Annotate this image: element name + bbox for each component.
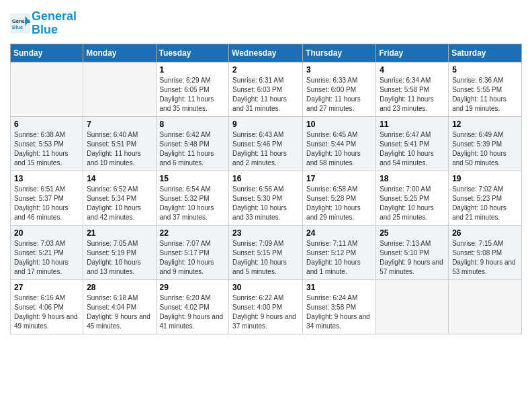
calendar-day-cell: 2Sunrise: 6:31 AM Sunset: 6:03 PM Daylig… — [229, 62, 303, 116]
day-info: Sunrise: 6:24 AM Sunset: 3:58 PM Dayligh… — [306, 293, 372, 331]
calendar-day-cell: 14Sunrise: 6:52 AM Sunset: 5:34 PM Dayli… — [83, 171, 156, 225]
calendar-day-cell: 16Sunrise: 6:56 AM Sunset: 5:30 PM Dayli… — [229, 171, 303, 225]
calendar-day-cell: 12Sunrise: 6:49 AM Sunset: 5:39 PM Dayli… — [449, 116, 522, 171]
calendar-week-row: 6Sunrise: 6:38 AM Sunset: 5:53 PM Daylig… — [11, 116, 522, 171]
weekday-header: Tuesday — [156, 44, 229, 62]
day-info: Sunrise: 6:33 AM Sunset: 6:00 PM Dayligh… — [306, 76, 372, 113]
weekday-header: Sunday — [11, 44, 83, 62]
day-info: Sunrise: 6:20 AM Sunset: 4:02 PM Dayligh… — [160, 293, 226, 331]
day-info: Sunrise: 7:02 AM Sunset: 5:23 PM Dayligh… — [452, 185, 518, 222]
day-info: Sunrise: 7:11 AM Sunset: 5:12 PM Dayligh… — [306, 239, 372, 277]
calendar-day-cell: 26Sunrise: 7:15 AM Sunset: 5:08 PM Dayli… — [449, 225, 522, 279]
calendar-day-cell: 7Sunrise: 6:40 AM Sunset: 5:51 PM Daylig… — [83, 116, 156, 171]
calendar-day-cell — [449, 279, 522, 334]
calendar-day-cell: 11Sunrise: 6:47 AM Sunset: 5:41 PM Dayli… — [376, 116, 449, 171]
logo: General Blue GeneralBlue — [10, 10, 77, 37]
page-header: General Blue GeneralBlue — [10, 10, 522, 37]
day-info: Sunrise: 7:00 AM Sunset: 5:25 PM Dayligh… — [380, 185, 445, 222]
day-number: 29 — [160, 283, 226, 292]
calendar-day-cell: 24Sunrise: 7:11 AM Sunset: 5:12 PM Dayli… — [303, 225, 376, 279]
day-info: Sunrise: 7:15 AM Sunset: 5:08 PM Dayligh… — [452, 239, 518, 277]
day-info: Sunrise: 6:22 AM Sunset: 4:00 PM Dayligh… — [232, 293, 299, 331]
day-info: Sunrise: 6:45 AM Sunset: 5:44 PM Dayligh… — [306, 130, 372, 168]
day-number: 10 — [306, 120, 372, 129]
day-info: Sunrise: 6:31 AM Sunset: 6:03 PM Dayligh… — [232, 76, 299, 113]
calendar-day-cell: 25Sunrise: 7:13 AM Sunset: 5:10 PM Dayli… — [376, 225, 449, 279]
day-number: 21 — [87, 228, 152, 238]
day-info: Sunrise: 6:58 AM Sunset: 5:28 PM Dayligh… — [306, 185, 372, 222]
day-number: 31 — [306, 283, 372, 292]
calendar-day-cell: 22Sunrise: 7:07 AM Sunset: 5:17 PM Dayli… — [156, 225, 229, 279]
calendar-week-row: 27Sunrise: 6:16 AM Sunset: 4:06 PM Dayli… — [11, 279, 522, 334]
calendar-day-cell: 13Sunrise: 6:51 AM Sunset: 5:37 PM Dayli… — [11, 171, 83, 225]
calendar-header-row: SundayMondayTuesdayWednesdayThursdayFrid… — [11, 44, 522, 62]
calendar-day-cell: 9Sunrise: 6:43 AM Sunset: 5:46 PM Daylig… — [229, 116, 303, 171]
day-number: 27 — [14, 283, 79, 292]
day-info: Sunrise: 6:34 AM Sunset: 5:58 PM Dayligh… — [380, 76, 445, 113]
day-info: Sunrise: 7:05 AM Sunset: 5:19 PM Dayligh… — [87, 239, 152, 277]
day-number: 7 — [87, 120, 152, 129]
calendar-day-cell: 21Sunrise: 7:05 AM Sunset: 5:19 PM Dayli… — [83, 225, 156, 279]
day-info: Sunrise: 7:07 AM Sunset: 5:17 PM Dayligh… — [160, 239, 226, 277]
calendar-day-cell: 31Sunrise: 6:24 AM Sunset: 3:58 PM Dayli… — [303, 279, 376, 334]
weekday-header: Saturday — [449, 44, 522, 62]
calendar-day-cell — [83, 62, 156, 116]
day-info: Sunrise: 6:38 AM Sunset: 5:53 PM Dayligh… — [14, 130, 79, 168]
calendar-week-row: 20Sunrise: 7:03 AM Sunset: 5:21 PM Dayli… — [11, 225, 522, 279]
calendar-day-cell: 28Sunrise: 6:18 AM Sunset: 4:04 PM Dayli… — [83, 279, 156, 334]
day-number: 19 — [452, 174, 518, 183]
weekday-header: Friday — [376, 44, 449, 62]
day-number: 8 — [160, 120, 226, 129]
day-number: 13 — [14, 174, 79, 183]
day-number: 22 — [160, 228, 226, 238]
day-number: 6 — [14, 120, 79, 129]
day-number: 2 — [232, 65, 299, 75]
day-number: 1 — [160, 65, 226, 75]
calendar-week-row: 1Sunrise: 6:29 AM Sunset: 6:05 PM Daylig… — [11, 62, 522, 116]
svg-text:Blue: Blue — [12, 24, 23, 30]
day-number: 30 — [232, 283, 299, 292]
calendar-table: SundayMondayTuesdayWednesdayThursdayFrid… — [10, 44, 522, 334]
calendar-day-cell — [376, 279, 449, 334]
day-number: 3 — [306, 65, 372, 75]
calendar-day-cell: 3Sunrise: 6:33 AM Sunset: 6:00 PM Daylig… — [303, 62, 376, 116]
calendar-day-cell — [11, 62, 83, 116]
day-number: 26 — [452, 228, 518, 238]
day-number: 25 — [380, 228, 445, 238]
calendar-week-row: 13Sunrise: 6:51 AM Sunset: 5:37 PM Dayli… — [11, 171, 522, 225]
calendar-day-cell: 17Sunrise: 6:58 AM Sunset: 5:28 PM Dayli… — [303, 171, 376, 225]
calendar-day-cell: 4Sunrise: 6:34 AM Sunset: 5:58 PM Daylig… — [376, 62, 449, 116]
calendar-day-cell: 23Sunrise: 7:09 AM Sunset: 5:15 PM Dayli… — [229, 225, 303, 279]
day-info: Sunrise: 6:42 AM Sunset: 5:48 PM Dayligh… — [160, 130, 226, 168]
calendar-day-cell: 19Sunrise: 7:02 AM Sunset: 5:23 PM Dayli… — [449, 171, 522, 225]
calendar-day-cell: 6Sunrise: 6:38 AM Sunset: 5:53 PM Daylig… — [11, 116, 83, 171]
day-number: 17 — [306, 174, 372, 183]
day-info: Sunrise: 6:47 AM Sunset: 5:41 PM Dayligh… — [380, 130, 445, 168]
day-number: 23 — [232, 228, 299, 238]
day-number: 18 — [380, 174, 445, 183]
calendar-day-cell: 29Sunrise: 6:20 AM Sunset: 4:02 PM Dayli… — [156, 279, 229, 334]
logo-text: GeneralBlue — [32, 10, 77, 37]
day-number: 4 — [380, 65, 445, 75]
day-info: Sunrise: 6:52 AM Sunset: 5:34 PM Dayligh… — [87, 185, 152, 222]
day-number: 11 — [380, 120, 445, 129]
day-info: Sunrise: 6:29 AM Sunset: 6:05 PM Dayligh… — [160, 76, 226, 113]
day-info: Sunrise: 6:51 AM Sunset: 5:37 PM Dayligh… — [14, 185, 79, 222]
day-info: Sunrise: 6:18 AM Sunset: 4:04 PM Dayligh… — [87, 293, 152, 331]
day-number: 15 — [160, 174, 226, 183]
weekday-header: Wednesday — [229, 44, 303, 62]
calendar-day-cell: 27Sunrise: 6:16 AM Sunset: 4:06 PM Dayli… — [11, 279, 83, 334]
calendar-day-cell: 30Sunrise: 6:22 AM Sunset: 4:00 PM Dayli… — [229, 279, 303, 334]
weekday-header: Thursday — [303, 44, 376, 62]
calendar-day-cell: 10Sunrise: 6:45 AM Sunset: 5:44 PM Dayli… — [303, 116, 376, 171]
day-number: 9 — [232, 120, 299, 129]
day-number: 14 — [87, 174, 152, 183]
calendar-day-cell: 18Sunrise: 7:00 AM Sunset: 5:25 PM Dayli… — [376, 171, 449, 225]
day-info: Sunrise: 7:13 AM Sunset: 5:10 PM Dayligh… — [380, 239, 445, 277]
day-number: 12 — [452, 120, 518, 129]
day-number: 20 — [14, 228, 79, 238]
day-number: 16 — [232, 174, 299, 183]
calendar-day-cell: 20Sunrise: 7:03 AM Sunset: 5:21 PM Dayli… — [11, 225, 83, 279]
day-number: 28 — [87, 283, 152, 292]
day-info: Sunrise: 6:49 AM Sunset: 5:39 PM Dayligh… — [452, 130, 518, 168]
